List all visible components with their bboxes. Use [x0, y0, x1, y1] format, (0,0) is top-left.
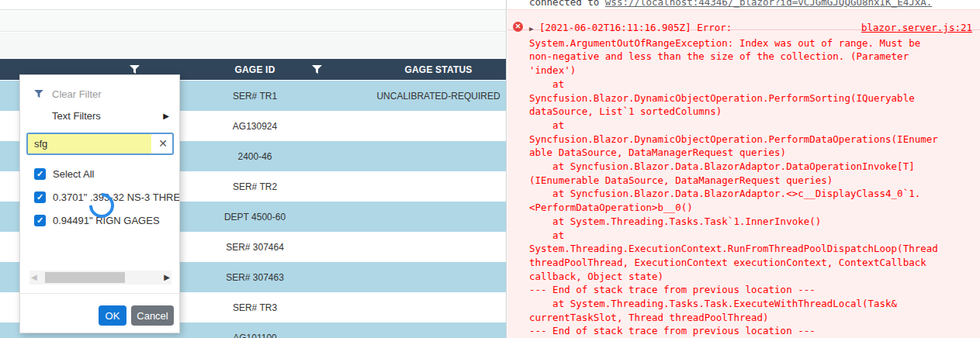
- cell-gage-id: 2400-46: [184, 141, 326, 171]
- source-location-link[interactable]: blazor.server.js:21: [861, 21, 972, 35]
- scroll-left-icon[interactable]: ◀: [31, 272, 37, 283]
- error-header-line: ▶[2021-06-02T16:11:16.905Z] Error:blazor…: [529, 21, 975, 36]
- screenshot-root: GAGE ID GAGE STATUS SER# TR1UNCALIBRATED…: [0, 0, 980, 338]
- text-filters-item[interactable]: Text Filters ▶: [20, 108, 179, 123]
- devtools-console: connected to wss://localhost:44346/_blaz…: [507, 0, 980, 338]
- filter-value-checkbox[interactable]: ✓: [34, 215, 46, 226]
- stack-trace-line: non-negative and less than the size of t…: [529, 50, 975, 64]
- cell-gage-status: [326, 141, 507, 171]
- stack-trace-line: System.Threading.ExecutionContext.RunFro…: [529, 242, 975, 256]
- select-all-row[interactable]: ✓ Select All: [20, 167, 179, 181]
- filter-icon[interactable]: [130, 65, 140, 74]
- column-header-label: GAGE ID: [234, 64, 275, 75]
- cell-gage-id: SER# 307464: [184, 232, 326, 262]
- stack-trace-line: --- End of stack trace from previous loc…: [529, 324, 975, 338]
- stack-trace-line: threadPoolThread, ExecutionContext execu…: [529, 256, 975, 270]
- filter-icon: [34, 90, 43, 98]
- excel-filter-popup: Clear Filter Text Filters ▶ sfg ✕ ✓ Sele…: [19, 74, 180, 333]
- stack-trace-line: at: [529, 229, 975, 243]
- stack-trace-line: at System.Threading.Tasks.Task.ExecuteWi…: [529, 297, 975, 311]
- filter-value-label: 0.3701" .393-32 NS-3 THREAD: [53, 191, 179, 203]
- cell-gage-status: [326, 111, 507, 141]
- clear-search-icon[interactable]: ✕: [158, 137, 168, 150]
- cancel-button[interactable]: Cancel: [131, 305, 174, 326]
- stack-trace-line: (IEnumerable DataSource, DataManagerRequ…: [529, 174, 975, 188]
- cell-gage-id: SER# 307463: [184, 262, 326, 292]
- column-header-gage-status[interactable]: GAGE STATUS: [326, 59, 507, 80]
- toolbar-strip-2: [0, 33, 506, 59]
- cell-gage-id: SER# TR2: [184, 171, 326, 202]
- column-header-label: GAGE STATUS: [404, 64, 472, 75]
- horizontal-scrollbar[interactable]: ◀ ▶: [29, 271, 171, 285]
- error-message-text: ▶[2021-06-02T16:11:16.905Z] Error:blazor…: [529, 21, 975, 338]
- search-input[interactable]: sfg: [34, 138, 47, 150]
- footer-divider: [20, 293, 179, 294]
- clear-filter-item[interactable]: Clear Filter: [20, 86, 179, 102]
- stack-trace-line: at System.Threading.Tasks.Task`1.InnerIn…: [529, 215, 975, 229]
- connected-text: connected to: [529, 0, 605, 8]
- stack-trace-line: Syncfusion.Blazor.DynamicObjectOperation…: [529, 133, 975, 147]
- stack-trace-line: at: [529, 78, 975, 91]
- cell-gage-status: [326, 292, 507, 322]
- stack-trace-line: --- End of stack trace from previous loc…: [529, 283, 975, 297]
- stack-trace-line: callback, Object state): [529, 270, 975, 284]
- console-info-message: connected to wss://localhost:44346/_blaz…: [529, 0, 932, 8]
- clear-filter-label: Clear Filter: [52, 88, 102, 100]
- stack-trace-line: currentTaskSlot, Thread threadPoolThread…: [529, 311, 975, 325]
- error-timestamp: [2021-06-02T16:11:16.905Z] Error:: [539, 22, 732, 33]
- filter-value-checkbox[interactable]: ✓: [34, 191, 46, 203]
- cell-gage-id: AG101100: [184, 322, 326, 338]
- cell-gage-status: UNCALIBRATED-REQUIRED: [326, 81, 507, 111]
- error-icon: ✕: [513, 22, 523, 32]
- cell-gage-status: [326, 171, 507, 202]
- select-all-label: Select All: [53, 168, 94, 180]
- column-header-gage-id[interactable]: GAGE ID: [184, 59, 326, 80]
- websocket-url-link[interactable]: wss://localhost:44346/_blazor?id=vCJGmGJ…: [605, 0, 932, 8]
- scrollbar-thumb[interactable]: [45, 272, 125, 283]
- cell-gage-status: [326, 262, 507, 292]
- filter-search-box: sfg ✕: [26, 133, 174, 155]
- cell-gage-status: [326, 322, 507, 338]
- page-top-strip: [0, 0, 506, 10]
- text-filters-label: Text Filters: [52, 110, 101, 122]
- submenu-chevron-icon: ▶: [163, 112, 169, 120]
- expand-arrow-icon[interactable]: ▶: [529, 22, 539, 36]
- cell-gage-id: AG130924: [184, 111, 326, 141]
- stack-trace-line: able DataSource, DataManagerRequest quer…: [529, 146, 975, 160]
- stack-trace-line: at: [529, 119, 975, 133]
- stack-trace-line: at Syncfusion.Blazor.Data.BlazorAdaptor.…: [529, 160, 975, 174]
- filter-icon[interactable]: [312, 65, 322, 74]
- toolbar-strip: [0, 11, 506, 32]
- ok-button[interactable]: OK: [99, 305, 126, 326]
- stack-trace-line: <PerformDataOperation>b__0(): [529, 201, 975, 215]
- stack-trace-line: at Syncfusion.Blazor.Data.BlazorAdaptor.…: [529, 187, 975, 201]
- stack-trace-line: 'index'): [529, 64, 975, 78]
- select-all-checkbox[interactable]: ✓: [34, 168, 46, 180]
- stack-trace-line: Syncfusion.Blazor.DynamicObjectOperation…: [529, 91, 975, 105]
- cell-gage-id: SER# TR3: [184, 292, 326, 322]
- cell-gage-status: [326, 232, 507, 262]
- scroll-right-icon[interactable]: ▶: [164, 272, 170, 283]
- stack-trace-line: System.ArgumentOutOfRangeException: Inde…: [529, 36, 975, 50]
- cell-gage-status: [326, 202, 507, 232]
- cell-gage-id: DEPT 4500-60: [184, 202, 326, 232]
- stack-trace-line: dataSource, List`1 sortedColumns): [529, 105, 975, 119]
- cell-gage-id: SER# TR1: [184, 81, 326, 111]
